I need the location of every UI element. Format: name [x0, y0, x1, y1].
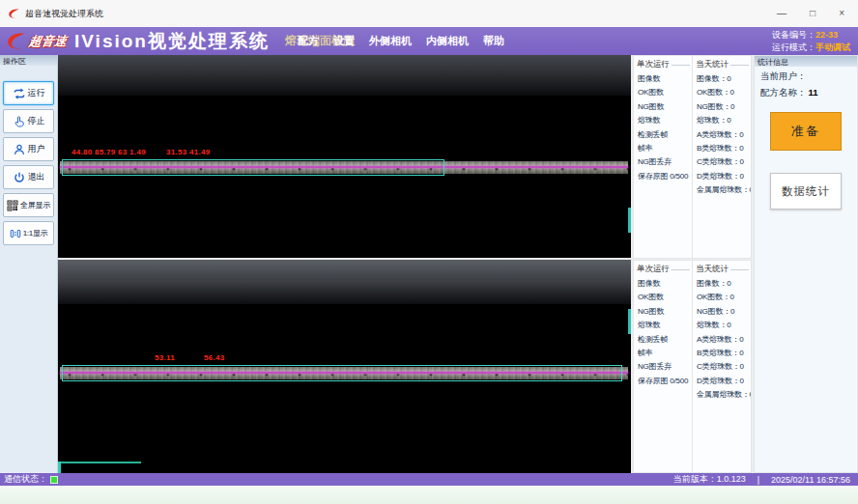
stat-row: NG图丢弃 — [634, 360, 692, 374]
stat-row: D类熔珠数：0 — [693, 375, 751, 388]
stat-row: NG图数 — [634, 305, 692, 319]
stat-row: NG图丢弃 — [634, 155, 692, 169]
user-icon — [13, 143, 26, 156]
maximize-button[interactable]: □ — [810, 9, 815, 18]
camera2-annotation: 56.43 — [204, 353, 225, 362]
menu-recipe[interactable]: 配方 — [298, 34, 319, 48]
run-button-label: 运行 — [28, 87, 45, 99]
one-to-one-button[interactable]: 1:1显示 — [3, 221, 54, 245]
menu-settings[interactable]: 设置 — [333, 34, 355, 48]
stats-panel-top: 单次运行 图像数 OK图数 NG图数 熔珠数 检测丢帧 帧率 NG图丢弃 保存原… — [633, 55, 752, 259]
menu-help[interactable]: 帮助 — [483, 34, 504, 48]
user-button[interactable]: 用户 — [3, 137, 54, 161]
stat-row: 帧率 — [634, 142, 692, 155]
info-panel: 统计信息 当前用户： 配方名称：11 准备 数据统计 — [754, 55, 858, 473]
stat-row: 熔珠数：0 — [693, 319, 751, 332]
ready-button[interactable]: 准备 — [770, 112, 842, 151]
stat-row: 图像数 — [634, 72, 692, 86]
stat-row: NG图数：0 — [693, 100, 751, 114]
camera2-detection-rect — [62, 365, 622, 381]
stat-row: 熔珠数：0 — [693, 114, 751, 127]
device-info: 设备编号：22-33 运行模式：手动调试 — [772, 29, 850, 53]
stat-row: 金属屑熔珠数：0 — [693, 388, 751, 402]
current-user-row: 当前用户： — [755, 67, 857, 83]
stat-row: A类熔珠数：0 — [693, 333, 751, 347]
sidebar-header: 操作区 — [0, 55, 57, 66]
main-menu: 配方 设置 外侧相机 内侧相机 帮助 — [298, 27, 504, 55]
stop-hand-icon — [13, 115, 26, 128]
minimize-button[interactable]: — — [777, 9, 786, 18]
stat-row: OK图数 — [634, 86, 692, 99]
exit-button-label: 退出 — [28, 171, 45, 183]
recipe-name-label: 配方名称： — [760, 87, 807, 98]
menu-inner-camera[interactable]: 内侧相机 — [426, 34, 469, 48]
run-icon — [13, 87, 26, 100]
run-mode-value: 手动调试 — [815, 42, 850, 52]
camera-view-top[interactable]: 44.80 85.79 63 1.49 31.53 41.49 — [58, 55, 631, 258]
camera2-left-marker — [58, 462, 61, 473]
stat-row: 熔珠数 — [634, 114, 692, 127]
desktop-strip — [0, 486, 858, 504]
stat-row: NG图数：0 — [693, 305, 751, 319]
stat-row: 图像数：0 — [693, 72, 751, 86]
separator: | — [758, 475, 759, 485]
stat-row: OK图数 — [634, 291, 692, 304]
camera-view-bottom[interactable]: 53.11 56.43 — [58, 260, 631, 473]
comm-status-label: 通信状态： — [4, 473, 47, 486]
window-controls: — □ × — [777, 9, 844, 18]
power-icon — [13, 171, 26, 184]
stat-row: 熔珠数 — [634, 319, 692, 332]
camera1-background-band — [58, 55, 631, 96]
today-stats-group: 当天统计 图像数：0 OK图数：0 NG图数：0 熔珠数：0 A类熔珠数：0 B… — [692, 56, 751, 258]
datetime: 2025/02/11 16:57:56 — [771, 475, 850, 485]
device-number-row: 设备编号：22-33 — [772, 29, 850, 42]
camera2-bottom-marker — [58, 462, 141, 463]
app-title: IVision视觉处理系统 — [74, 29, 270, 54]
camera1-annotation: 44.80 85.79 63 1.49 — [72, 148, 146, 156]
stat-row: 保存原图 0/500 — [634, 170, 692, 183]
menu-outer-camera[interactable]: 外侧相机 — [369, 34, 412, 48]
device-number-label: 设备编号： — [772, 30, 815, 40]
recipe-name-row: 配方名称：11 — [755, 83, 857, 99]
status-bar: 通信状态： 当前版本：1.0.123 | 2025/02/11 16:57:56 — [0, 473, 858, 486]
stats-panel-bottom: 单次运行 图像数 OK图数 NG图数 熔珠数 检测丢帧 帧率 NG图丢弃 保存原… — [633, 260, 752, 473]
stat-row: B类熔珠数：0 — [693, 347, 751, 360]
stat-row: OK图数：0 — [693, 291, 751, 304]
comm-status-indicator — [50, 476, 58, 484]
version-info: 当前版本：1.0.123 | 2025/02/11 16:57:56 — [673, 473, 850, 486]
stat-row: OK图数：0 — [693, 86, 751, 99]
app-header: 超音速 IVision视觉处理系统 熔珠端面检测 配方 设置 外侧相机 内侧相机… — [0, 27, 858, 55]
run-button[interactable]: 运行 — [3, 81, 54, 105]
sidebar-buttons: 运行 停止 用户 退出 — [0, 66, 57, 245]
fullscreen-icon — [7, 200, 18, 211]
stop-button-label: 停止 — [28, 115, 45, 127]
app-logo-icon — [8, 8, 20, 20]
single-run-group: 单次运行 图像数 OK图数 NG图数 熔珠数 检测丢帧 帧率 NG图丢弃 保存原… — [634, 56, 692, 258]
exit-button[interactable]: 退出 — [3, 165, 54, 189]
user-button-label: 用户 — [28, 143, 45, 155]
os-titlebar: 超音速视觉处理系统 — □ × — [0, 0, 858, 27]
single-run-title: 单次运行 — [634, 261, 692, 275]
stat-row: C类熔珠数：0 — [693, 360, 751, 374]
version-value: 1.0.123 — [717, 474, 746, 484]
fullscreen-button-label: 全屏显示 — [20, 200, 50, 210]
stat-row: 图像数 — [634, 277, 692, 291]
close-button[interactable]: × — [839, 9, 844, 18]
one-to-one-icon — [10, 228, 21, 239]
stat-row: 检测丢帧 — [634, 128, 692, 142]
info-panel-header: 统计信息 — [755, 56, 857, 67]
stat-row: 金属屑熔珠数：0 — [693, 183, 751, 197]
camera2-background-band — [58, 260, 631, 304]
stat-row: 帧率 — [634, 347, 692, 360]
data-stats-button[interactable]: 数据统计 — [770, 173, 842, 210]
stop-button[interactable]: 停止 — [3, 109, 54, 133]
recipe-name-value: 11 — [809, 87, 818, 98]
stat-row: 检测丢帧 — [634, 333, 692, 347]
fullscreen-button[interactable]: 全屏显示 — [3, 193, 54, 217]
camera2-annotation: 53.11 — [155, 353, 175, 362]
stat-row: C类熔珠数：0 — [693, 155, 751, 169]
camera1-annotation: 31.53 41.49 — [166, 148, 211, 156]
current-user-label: 当前用户： — [760, 70, 807, 81]
run-mode-label: 运行模式： — [772, 42, 815, 52]
brand-name: 超音速 — [28, 33, 69, 50]
